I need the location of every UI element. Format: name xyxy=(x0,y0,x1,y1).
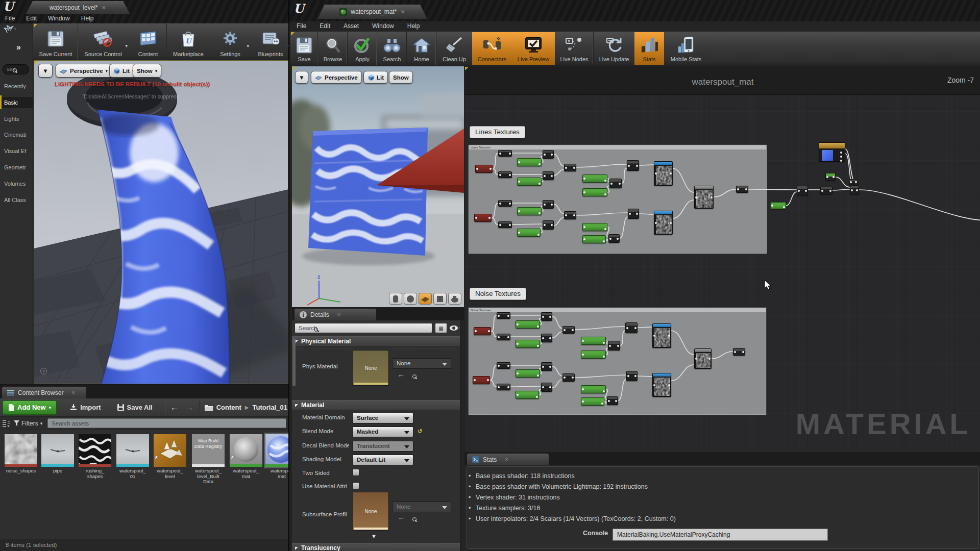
graph-node-red[interactable] xyxy=(475,165,493,173)
left-menu-file[interactable]: File xyxy=(5,15,15,22)
graph-node-dark[interactable] xyxy=(626,371,638,381)
details-tab[interactable]: Details ✕ xyxy=(295,309,376,320)
material-tab[interactable]: waterspout_mat* ✕ xyxy=(317,5,427,19)
tab-close-icon[interactable]: ✕ xyxy=(71,390,75,395)
graph-node-dark[interactable] xyxy=(498,221,512,228)
subsurface-profile-thumbnail[interactable]: None xyxy=(353,492,389,531)
graph-node-tex[interactable] xyxy=(654,211,673,235)
left-tab-close-icon[interactable]: ✕ xyxy=(102,5,106,11)
graph-node-tex[interactable] xyxy=(654,161,673,186)
right-menu-file[interactable]: File xyxy=(297,22,306,30)
content-browser-tab[interactable]: Content Browser ✕ xyxy=(2,387,86,398)
graph-node-dark[interactable] xyxy=(608,234,620,243)
right-tb-apply-button[interactable]: Apply xyxy=(348,32,377,65)
graph-node-green[interactable] xyxy=(516,391,539,399)
back-button[interactable]: ← xyxy=(167,403,182,413)
asset-item-noise-shapes[interactable]: noise_shapes xyxy=(5,434,37,474)
modes-category-lights[interactable]: Lights xyxy=(4,113,33,124)
blend-mode-dropdown[interactable]: Masked xyxy=(352,427,413,437)
section-translucency[interactable]: Translucency xyxy=(292,543,460,551)
section-material[interactable]: Material xyxy=(292,400,460,410)
filters-button[interactable]: Filters▾ xyxy=(11,420,45,427)
shape-sphere-button[interactable] xyxy=(404,293,417,305)
graph-node-dark[interactable] xyxy=(609,179,622,188)
breadcrumb-root[interactable]: Content xyxy=(216,404,241,411)
graph-node-dark[interactable] xyxy=(543,200,554,209)
graph-node-green[interactable] xyxy=(582,188,607,196)
right-menu-edit[interactable]: Edit xyxy=(320,22,330,30)
graph-node-dark[interactable] xyxy=(541,383,552,392)
material-graph-panel[interactable]: waterspout_mat Zoom -7 Lines TexturesLin… xyxy=(464,66,980,452)
preview-lit-button[interactable]: Lit xyxy=(363,71,388,84)
right-tb-clean-up-button[interactable]: Clean Up xyxy=(436,32,472,65)
graph-node-dark[interactable] xyxy=(497,384,510,390)
graph-node-tex[interactable] xyxy=(652,373,671,397)
right-tb-live-preview-button[interactable]: Live Preview xyxy=(512,32,555,65)
save-all-button[interactable]: Save All xyxy=(111,400,159,415)
details-search-input[interactable]: Search xyxy=(295,323,432,333)
asset-item-waterspout-01[interactable]: waterspout_01 xyxy=(116,434,149,479)
viewport-show-button[interactable]: Show▾ xyxy=(133,64,161,78)
left-tb-settings-button[interactable]: Settings▾ xyxy=(211,24,250,60)
tab-close-icon[interactable]: ✕ xyxy=(504,457,508,462)
shape-cube-button[interactable] xyxy=(433,293,447,305)
caret-down-icon[interactable]: ▾ xyxy=(247,43,249,48)
graph-node-dark[interactable] xyxy=(543,171,554,180)
right-tab-close-icon[interactable]: ✕ xyxy=(400,9,405,15)
graph-node-out[interactable] xyxy=(733,348,745,356)
left-tb-content-button[interactable]: Content xyxy=(129,24,167,60)
add-new-button[interactable]: Add New▾ xyxy=(3,400,57,415)
browse-asset-icon[interactable] xyxy=(412,372,417,381)
level-viewport[interactable]: ▼ Perspective▾ Lit▾ Show▾ LIGHTING NEEDS… xyxy=(34,60,288,384)
graph-node-green[interactable] xyxy=(582,174,607,183)
graph-node-result[interactable] xyxy=(819,142,845,162)
comment-label-lines-textures[interactable]: Lines Textures xyxy=(470,126,525,138)
viewport-options-button[interactable]: ▼ xyxy=(38,64,53,78)
two-sided-checkbox[interactable] xyxy=(352,469,359,476)
left-tb-source-control-button[interactable]: Source Control▾ xyxy=(78,24,128,60)
graph-node-gsm[interactable] xyxy=(825,173,836,181)
modes-category-visual-ef[interactable]: Visual Ef xyxy=(4,145,33,157)
blend-mode-reset-icon[interactable]: ↺ xyxy=(418,428,422,435)
forward-button[interactable]: → xyxy=(182,403,197,413)
graph-node-dark[interactable] xyxy=(850,186,859,194)
graph-node-dark[interactable] xyxy=(543,220,554,230)
shading-model-dropdown[interactable]: Default Lit xyxy=(352,455,413,465)
right-menu-asset[interactable]: Asset xyxy=(344,22,359,30)
graph-node-big[interactable] xyxy=(694,348,712,369)
import-button[interactable]: Import xyxy=(64,400,107,415)
preview-show-button[interactable]: Show xyxy=(389,71,413,84)
graph-node-green[interactable] xyxy=(770,202,786,209)
modes-category-geometr[interactable]: Geometr xyxy=(4,162,33,173)
right-tb-mobile-stats-button[interactable]: Mobile Stats xyxy=(664,32,708,65)
graph-node-red[interactable] xyxy=(474,327,491,335)
graph-node-red[interactable] xyxy=(473,376,490,384)
left-menu-window[interactable]: Window xyxy=(48,15,70,22)
details-scroll-more-icon[interactable]: ▼ xyxy=(371,533,377,539)
graph-node-dark[interactable] xyxy=(498,150,512,157)
graph-node-green[interactable] xyxy=(582,235,606,243)
left-menu-edit[interactable]: Edit xyxy=(26,15,37,22)
decal-blend-mode-dropdown[interactable]: Translucent xyxy=(352,441,413,452)
graph-node-dark[interactable] xyxy=(562,326,575,334)
breadcrumb-leaf[interactable]: Tutorial_01 xyxy=(253,404,287,411)
graph-node-big[interactable] xyxy=(694,186,714,209)
modes-category-cinemati[interactable]: Cinemati xyxy=(4,129,33,140)
subsurface-profile-dropdown[interactable]: None xyxy=(392,502,451,512)
graph-node-green[interactable] xyxy=(517,178,542,186)
graph-node-dark[interactable] xyxy=(820,187,832,194)
graph-node-dark[interactable] xyxy=(541,334,552,342)
graph-node-green[interactable] xyxy=(581,350,606,359)
asset-item-waterspout-level-builtdata[interactable]: Map Build Data Registrywaterspout_level_… xyxy=(192,434,225,485)
graph-node-green[interactable] xyxy=(581,337,606,345)
left-tb-save-current-button[interactable]: Save Current xyxy=(33,24,78,60)
graph-node-green[interactable] xyxy=(517,158,542,166)
graph-node-dark[interactable] xyxy=(497,312,510,319)
left-menu-help[interactable]: Help xyxy=(81,15,94,22)
right-tb-search-button[interactable]: Search xyxy=(377,32,407,65)
modes-category-basic[interactable]: Basic xyxy=(2,97,33,108)
modes-category-recently[interactable]: Recently xyxy=(4,81,33,92)
phys-material-thumbnail[interactable]: None xyxy=(353,350,389,386)
asset-item-rushing-shapes[interactable]: rushing_shapes xyxy=(79,434,111,479)
caret-down-icon[interactable]: ▾ xyxy=(125,43,128,48)
